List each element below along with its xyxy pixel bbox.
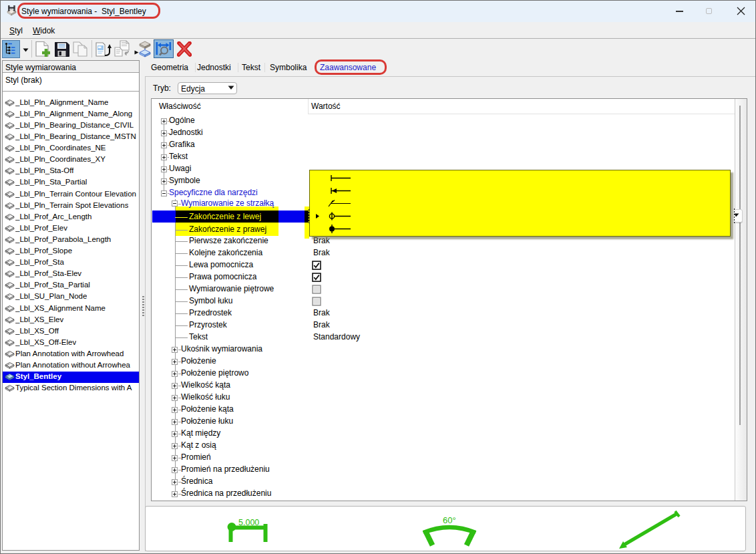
- svg-text:60°: 60°: [443, 515, 456, 525]
